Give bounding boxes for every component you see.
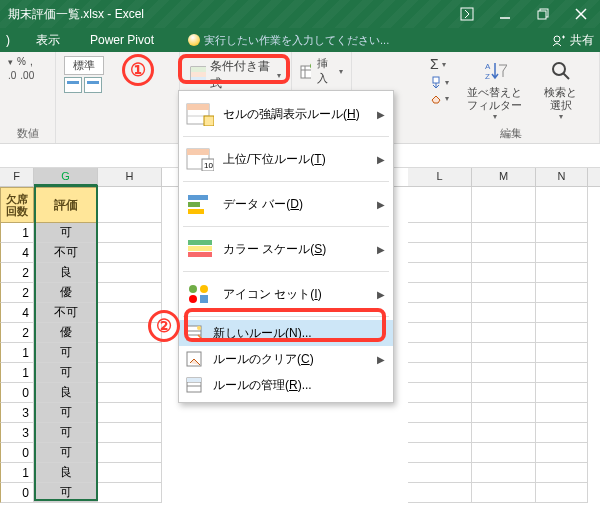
grid-cell[interactable]	[472, 463, 536, 483]
menu-top-bottom-rules[interactable]: 10 上位/下位ルール(T) ▶	[179, 140, 393, 178]
restore-icon[interactable]	[536, 7, 550, 21]
grid-cell[interactable]: 3	[0, 403, 34, 423]
grid-cell[interactable]: 優	[34, 323, 98, 343]
grid-cell[interactable]	[408, 363, 472, 383]
menu-icon-sets[interactable]: アイコン セット(I) ▶	[179, 275, 393, 313]
grid-cell[interactable]	[536, 363, 588, 383]
grid-cell[interactable]	[408, 303, 472, 323]
grid-cell[interactable]	[472, 243, 536, 263]
menu-new-rule[interactable]: 新しいルール(N)...	[179, 320, 393, 346]
insert-button[interactable]: 挿入	[317, 56, 333, 86]
menu-manage-rules[interactable]: ルールの管理(R)...	[179, 372, 393, 398]
grid-cell[interactable]: 4	[0, 303, 34, 323]
col-head-n[interactable]: N	[536, 168, 588, 186]
grid-cell[interactable]	[408, 323, 472, 343]
grid-cell[interactable]	[472, 303, 536, 323]
grid-cell[interactable]	[98, 483, 162, 503]
grid-cell[interactable]	[536, 323, 588, 343]
grid-cell[interactable]	[408, 403, 472, 423]
grid-cell[interactable]	[408, 483, 472, 503]
ribbon-collapse-icon[interactable]	[460, 7, 474, 21]
grid-cell[interactable]: 良	[34, 383, 98, 403]
autosum-button[interactable]: Σ▾	[430, 56, 449, 72]
grid-cell[interactable]	[98, 363, 162, 383]
grid-cell[interactable]	[98, 403, 162, 423]
grid-cell[interactable]	[536, 403, 588, 423]
decrease-decimal-icon[interactable]: .00	[20, 70, 34, 81]
grid-cell[interactable]	[472, 483, 536, 503]
grid-cell[interactable]	[98, 343, 162, 363]
grid-cell[interactable]	[408, 423, 472, 443]
grid-cell[interactable]	[536, 423, 588, 443]
grid-cell[interactable]	[408, 223, 472, 243]
grid-cell[interactable]: 可	[34, 343, 98, 363]
style-swatch-icon[interactable]	[84, 77, 102, 93]
grid-cell[interactable]: 2	[0, 283, 34, 303]
grid-cell[interactable]	[472, 423, 536, 443]
grid-cell[interactable]: 2	[0, 263, 34, 283]
grid-cell[interactable]	[408, 283, 472, 303]
grid-cell[interactable]: 0	[0, 483, 34, 503]
grid-cell[interactable]: 可	[34, 403, 98, 423]
grid-cell[interactable]	[472, 363, 536, 383]
menu-clear-rules[interactable]: ルールのクリア(C) ▶	[179, 346, 393, 372]
tab-view[interactable]: 表示	[32, 30, 64, 51]
minimize-icon[interactable]	[498, 7, 512, 21]
grid-cell[interactable]	[408, 187, 472, 223]
grid-cell[interactable]: 1	[0, 343, 34, 363]
grid-cell[interactable]	[98, 443, 162, 463]
grid-cell[interactable]: 不可	[34, 303, 98, 323]
grid-cell[interactable]	[98, 463, 162, 483]
conditional-formatting-button[interactable]: 条件付き書式 ▾	[184, 56, 287, 94]
close-icon[interactable]	[574, 7, 588, 21]
grid-cell[interactable]	[472, 263, 536, 283]
sort-filter-button[interactable]: AZ 並べ替えと フィルター ▾	[463, 56, 526, 124]
grid-cell[interactable]	[472, 383, 536, 403]
grid-cell[interactable]: 4	[0, 243, 34, 263]
grid-cell[interactable]	[536, 223, 588, 243]
grid-cell[interactable]	[408, 463, 472, 483]
grid-cell[interactable]: 可	[34, 423, 98, 443]
grid-cell[interactable]	[536, 263, 588, 283]
grid-cell[interactable]	[472, 283, 536, 303]
grid-cell[interactable]	[472, 323, 536, 343]
grid-cell[interactable]	[98, 283, 162, 303]
share-button[interactable]: 共有	[570, 32, 594, 49]
menu-data-bars[interactable]: データ バー(D) ▶	[179, 185, 393, 223]
grid-cell[interactable]	[408, 263, 472, 283]
grid-cell[interactable]	[536, 343, 588, 363]
header-f[interactable]: 欠席 回数	[0, 187, 34, 223]
grid-cell[interactable]	[98, 423, 162, 443]
grid-cell[interactable]	[536, 463, 588, 483]
grid-cell[interactable]	[536, 483, 588, 503]
grid-cell[interactable]	[472, 187, 536, 223]
grid-cell[interactable]	[98, 263, 162, 283]
style-standard[interactable]: 標準	[64, 56, 104, 75]
grid-cell[interactable]	[408, 343, 472, 363]
grid-cell[interactable]: 1	[0, 223, 34, 243]
clear-button[interactable]: ▾	[430, 92, 449, 104]
col-head-l[interactable]: L	[408, 168, 472, 186]
grid-cell[interactable]	[472, 403, 536, 423]
grid-cell[interactable]: 0	[0, 443, 34, 463]
grid-cell[interactable]	[536, 187, 588, 223]
col-head-m[interactable]: M	[472, 168, 536, 186]
grid-cell[interactable]	[472, 443, 536, 463]
grid-cell[interactable]: 良	[34, 263, 98, 283]
grid-cell[interactable]: 可	[34, 443, 98, 463]
menu-highlight-rules[interactable]: セルの強調表示ルール(H) ▶	[179, 95, 393, 133]
grid-cell[interactable]	[408, 243, 472, 263]
col-head-f[interactable]: F	[0, 168, 34, 186]
menu-color-scales[interactable]: カラー スケール(S) ▶	[179, 230, 393, 268]
grid-cell[interactable]	[536, 243, 588, 263]
fill-button[interactable]: ▾	[430, 76, 449, 88]
increase-decimal-icon[interactable]: .0	[8, 70, 16, 81]
grid-cell[interactable]: 0	[0, 383, 34, 403]
grid-cell[interactable]: 可	[34, 363, 98, 383]
grid-cell[interactable]	[408, 383, 472, 403]
grid-cell[interactable]: 3	[0, 423, 34, 443]
col-head-h[interactable]: H	[98, 168, 162, 186]
style-swatch-icon[interactable]	[64, 77, 82, 93]
grid-cell[interactable]: 2	[0, 323, 34, 343]
grid-cell[interactable]	[536, 443, 588, 463]
